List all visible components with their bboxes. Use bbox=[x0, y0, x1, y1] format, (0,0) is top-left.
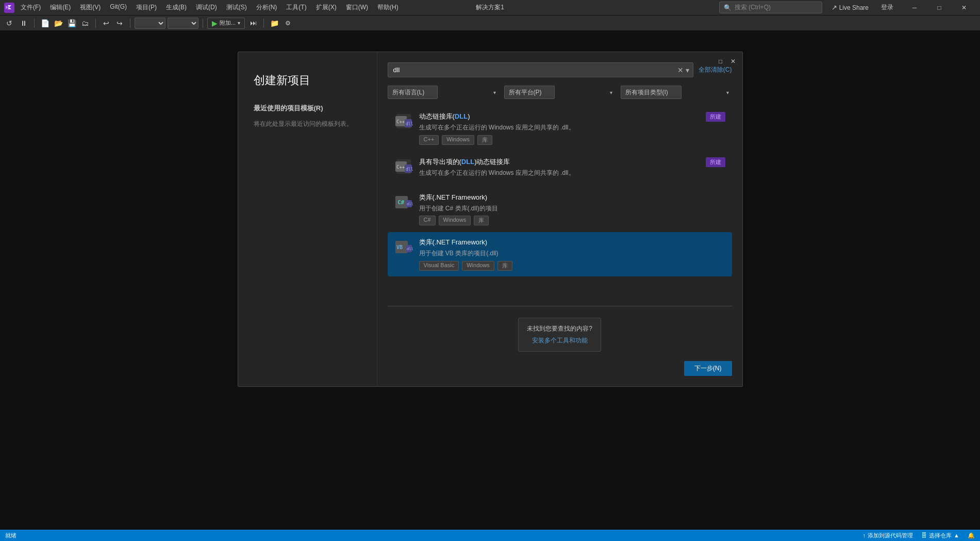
toolbar-pause-btn[interactable]: ⏸ bbox=[18, 18, 30, 29]
dialog-right-panel: ✕ ▾ 全部清除(C) 所有语言(L) 所有平台(P) bbox=[377, 52, 742, 386]
toolbar-refresh-btn[interactable]: ↺ bbox=[3, 18, 15, 29]
svg-text:C++: C++ bbox=[396, 119, 405, 124]
live-share-icon: ↗ bbox=[832, 4, 837, 11]
menu-project[interactable]: 项目(P) bbox=[132, 2, 161, 13]
template-desc-dll-exports: 生成可在多个正在运行的 Windows 应用之间共享的 .dll。 bbox=[419, 169, 725, 177]
window-controls: ─ □ ✕ bbox=[903, 0, 976, 15]
template-desc-dll-cpp: 生成可在多个正在运行的 Windows 应用之间共享的 .dll。 bbox=[419, 123, 725, 132]
status-ready[interactable]: 就绪 bbox=[5, 532, 16, 539]
svg-text:dll: dll bbox=[406, 122, 413, 126]
template-name-classlib-cs: 类库(.NET Framework) bbox=[419, 193, 725, 202]
vs-logo-icon bbox=[4, 3, 14, 13]
menu-tools[interactable]: 工具(T) bbox=[282, 2, 310, 13]
tag-csharp: C# bbox=[419, 216, 436, 225]
search-icon: 🔍 bbox=[724, 4, 732, 11]
config-dropdown[interactable] bbox=[135, 18, 165, 29]
titlebar-right: 🔍 搜索 (Ctrl+Q) ↗ Live Share 登录 ─ □ ✕ bbox=[719, 0, 976, 15]
menu-edit[interactable]: 编辑(E) bbox=[46, 2, 75, 13]
menu-file[interactable]: 文件(F) bbox=[16, 2, 45, 13]
type-filter[interactable]: 所有项目类型(I) bbox=[621, 86, 682, 99]
template-separator bbox=[388, 306, 732, 306]
template-icon-classlib-cs: C# dll bbox=[394, 193, 413, 211]
toolbar-save-btn[interactable]: 💾 bbox=[65, 18, 78, 29]
platform-dropdown[interactable] bbox=[168, 18, 198, 29]
install-tools-link[interactable]: 安装多个工具和功能 bbox=[532, 337, 588, 344]
toolbar-open-btn[interactable]: 📂 bbox=[52, 18, 64, 29]
toolbar-folder-btn[interactable]: 📁 bbox=[268, 18, 280, 29]
svg-text:dll: dll bbox=[406, 167, 413, 172]
svg-text:C++: C++ bbox=[396, 165, 405, 170]
toolbar-settings-btn[interactable]: ⚙ bbox=[281, 18, 294, 29]
template-list: C++ dll 动态链接库(DLL) 生成可在多个正在运行的 Windows 应… bbox=[388, 106, 732, 293]
toolbar-undo-btn[interactable]: ↩ bbox=[100, 18, 112, 29]
live-share-button[interactable]: ↗ Live Share bbox=[828, 3, 872, 12]
svg-text:dll: dll bbox=[407, 202, 413, 206]
chevron-up-icon: ▲ bbox=[954, 532, 959, 538]
search-clear-button[interactable]: ✕ ▾ bbox=[677, 66, 689, 74]
template-tags-classlib-vb: Visual Basic Windows 库 bbox=[419, 261, 725, 271]
language-filter[interactable]: 所有语言(L) bbox=[388, 86, 438, 99]
not-found-text: 未找到您要查找的内容? bbox=[527, 324, 592, 333]
template-tags-classlib-cs: C# Windows 库 bbox=[419, 216, 725, 225]
menu-extensions[interactable]: 扩展(X) bbox=[312, 2, 341, 13]
close-button[interactable]: ✕ bbox=[952, 0, 976, 15]
tag-lib-1: 库 bbox=[477, 135, 492, 145]
template-search-input[interactable] bbox=[388, 62, 693, 77]
not-found-area: 未找到您要查找的内容? 安装多个工具和功能 bbox=[388, 314, 732, 356]
upload-icon: ↑ bbox=[863, 532, 866, 538]
menu-git[interactable]: Git(G) bbox=[106, 2, 131, 13]
svg-text:C#: C# bbox=[397, 199, 405, 206]
menu-analyze[interactable]: 分析(N) bbox=[252, 2, 281, 13]
menu-view[interactable]: 视图(V) bbox=[76, 2, 105, 13]
search-placeholder: 搜索 (Ctrl+Q) bbox=[735, 3, 771, 12]
status-source-control[interactable]: ↑ 添加到源代码管理 bbox=[863, 532, 913, 539]
clear-all-button[interactable]: 全部清除(C) bbox=[699, 65, 732, 74]
language-filter-wrap: 所有语言(L) bbox=[388, 86, 499, 99]
login-button[interactable]: 登录 bbox=[878, 2, 896, 13]
main-area: □ ✕ 创建新项目 最近使用的项目模板(R) 将在此处显示最近访问的模板列表。 … bbox=[0, 31, 980, 530]
template-desc-classlib-cs: 用于创建 C# 类库(.dll)的项目 bbox=[419, 204, 725, 213]
toolbar-new-btn[interactable]: 📄 bbox=[39, 18, 51, 29]
template-icon-dll-cpp: C++ dll bbox=[394, 112, 413, 130]
menu-debug[interactable]: 调试(D) bbox=[192, 2, 221, 13]
template-name-dll-cpp: 动态链接库(DLL) bbox=[419, 112, 725, 121]
toolbar-step-over-btn[interactable]: ⏭ bbox=[247, 18, 259, 29]
tag-windows-2: Windows bbox=[439, 216, 471, 225]
menu-help[interactable]: 帮助(H) bbox=[373, 2, 403, 13]
toolbar: ↺ ⏸ 📄 📂 💾 🗂 ↩ ↪ ▶ 附加... ▾ ⏭ 📁 ⚙ bbox=[0, 15, 980, 31]
template-desc-classlib-vb: 用于创建 VB 类库的项目(.dll) bbox=[419, 249, 725, 258]
next-button[interactable]: 下一步(N) bbox=[684, 361, 732, 376]
run-button[interactable]: ▶ 附加... ▾ bbox=[207, 18, 245, 29]
template-tags-dll-cpp: C++ Windows 库 bbox=[419, 135, 725, 145]
search-input-wrap: ✕ ▾ bbox=[388, 62, 693, 77]
template-badge-1: 所建 bbox=[706, 112, 725, 122]
status-notifications[interactable]: 🔔 bbox=[968, 532, 975, 539]
toolbar-saveall-btn[interactable]: 🗂 bbox=[79, 18, 91, 29]
dialog-title: 创建新项目 bbox=[254, 73, 361, 88]
filter-row: 所有语言(L) 所有平台(P) 所有项目类型(I) bbox=[388, 86, 732, 99]
platform-filter[interactable]: 所有平台(P) bbox=[504, 86, 555, 99]
status-select-repo[interactable]: 🗄 选择仓库 ▲ bbox=[921, 532, 959, 539]
menu-test[interactable]: 测试(S) bbox=[222, 2, 251, 13]
template-name-classlib-vb: 类库(.NET Framework) bbox=[419, 238, 725, 247]
template-item-dll-cpp[interactable]: C++ dll 动态链接库(DLL) 生成可在多个正在运行的 Windows 应… bbox=[388, 106, 732, 151]
window-title: 解决方案1 bbox=[476, 3, 504, 12]
template-item-classlib-cs[interactable]: C# dll 类库(.NET Framework) 用于创建 C# 类库(.dl… bbox=[388, 187, 732, 232]
recent-templates-title: 最近使用的项目模板(R) bbox=[254, 104, 361, 113]
toolbar-separator-2 bbox=[95, 19, 96, 28]
run-icon: ▶ bbox=[212, 19, 218, 27]
template-item-dll-exports[interactable]: C++ dll 具有导出项的(DLL)动态链接库 生成可在多个正在运行的 Win… bbox=[388, 152, 732, 186]
global-search-box[interactable]: 🔍 搜索 (Ctrl+Q) bbox=[719, 2, 822, 13]
maximize-button[interactable]: □ bbox=[927, 0, 951, 15]
template-search-area: ✕ ▾ 全部清除(C) bbox=[388, 62, 732, 77]
statusbar-right: ↑ 添加到源代码管理 🗄 选择仓库 ▲ 🔔 bbox=[863, 532, 975, 539]
live-share-label: Live Share bbox=[839, 4, 869, 11]
template-info-classlib-vb: 类库(.NET Framework) 用于创建 VB 类库的项目(.dll) V… bbox=[419, 238, 725, 271]
minimize-button[interactable]: ─ bbox=[903, 0, 926, 15]
menu-build[interactable]: 生成(B) bbox=[162, 2, 191, 13]
template-icon-classlib-vb: VB dll bbox=[394, 238, 413, 256]
bell-icon: 🔔 bbox=[968, 532, 975, 539]
template-item-classlib-vb[interactable]: VB dll 类库(.NET Framework) 用于创建 VB 类库的项目(… bbox=[388, 232, 732, 276]
toolbar-redo-btn[interactable]: ↪ bbox=[113, 18, 126, 29]
menu-window[interactable]: 窗口(W) bbox=[342, 2, 372, 13]
